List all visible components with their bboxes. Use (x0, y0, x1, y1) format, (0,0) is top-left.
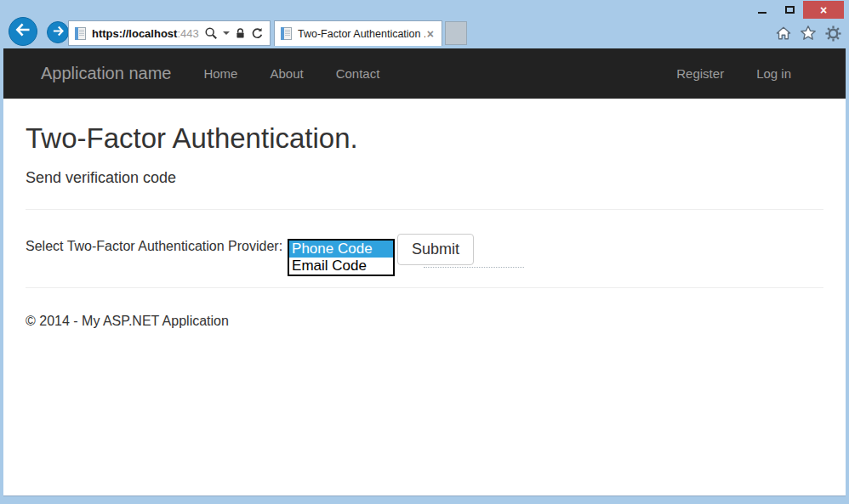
browser-window: × https://localhost:44305/Acc Two-Factor… (0, 0, 849, 504)
site-navbar: Application name Home About Contact Regi… (3, 48, 846, 99)
forward-arrow-icon (52, 25, 65, 41)
close-window-button[interactable]: × (803, 1, 844, 19)
nav-link-login[interactable]: Log in (740, 48, 807, 99)
navbar-links-right: Register Log in (660, 48, 807, 99)
refresh-icon[interactable] (251, 27, 264, 40)
nav-link-contact[interactable]: Contact (320, 48, 396, 99)
navbar-brand[interactable]: Application name (41, 48, 171, 99)
focus-outline-dots (424, 267, 524, 268)
tab-close-icon[interactable]: × (425, 28, 436, 40)
tab-title: Two-Factor Authentication ... (298, 28, 425, 40)
lock-icon[interactable] (235, 28, 246, 39)
divider (26, 209, 823, 210)
page-favicon-icon (75, 27, 86, 40)
favorites-star-icon[interactable] (799, 24, 818, 42)
page-title: Two-Factor Authentication. (26, 122, 823, 155)
back-arrow-icon (14, 21, 31, 42)
tab-favicon-icon (281, 27, 292, 40)
window-controls: × (749, 1, 844, 19)
settings-gear-icon[interactable] (823, 24, 842, 42)
nav-link-home[interactable]: Home (187, 48, 254, 99)
provider-select-open-list: Phone Code Email Code (288, 239, 395, 276)
submit-button[interactable]: Submit (397, 234, 474, 265)
url-path: :44305/Acc (177, 27, 199, 40)
url-host: https://localhost (92, 27, 177, 40)
search-dropdown-caret-icon[interactable] (223, 31, 230, 35)
nav-link-register[interactable]: Register (660, 48, 740, 99)
page-content: Two-Factor Authentication. Send verifica… (3, 99, 846, 496)
address-bar[interactable]: https://localhost:44305/Acc (68, 20, 271, 46)
browser-toolbar-icons (774, 24, 842, 42)
maximize-icon (785, 6, 795, 14)
minimize-icon (758, 12, 766, 14)
provider-select-label: Select Two-Factor Authentication Provide… (26, 234, 282, 254)
url-text: https://localhost:44305/Acc (92, 27, 199, 40)
browser-tab[interactable]: Two-Factor Authentication ... × (274, 20, 442, 46)
search-icon[interactable] (204, 26, 218, 40)
provider-form-row: Select Two-Factor Authentication Provide… (26, 234, 823, 265)
footer-divider (26, 287, 823, 288)
home-icon[interactable] (774, 24, 793, 42)
nav-link-about[interactable]: About (254, 48, 319, 99)
back-button[interactable] (9, 17, 37, 46)
forward-button[interactable] (47, 21, 69, 43)
page-subtitle: Send verification code (26, 169, 823, 187)
navbar-links-left: Home About Contact (187, 48, 396, 99)
select-option-email-code[interactable]: Email Code (289, 258, 393, 275)
select-option-phone-code[interactable]: Phone Code (289, 241, 393, 258)
minimize-button[interactable] (749, 1, 776, 19)
footer-copyright: © 2014 - My ASP.NET Application (26, 314, 823, 329)
new-tab-button[interactable] (445, 21, 467, 45)
maximize-button[interactable] (776, 1, 803, 19)
close-icon: × (820, 4, 827, 16)
